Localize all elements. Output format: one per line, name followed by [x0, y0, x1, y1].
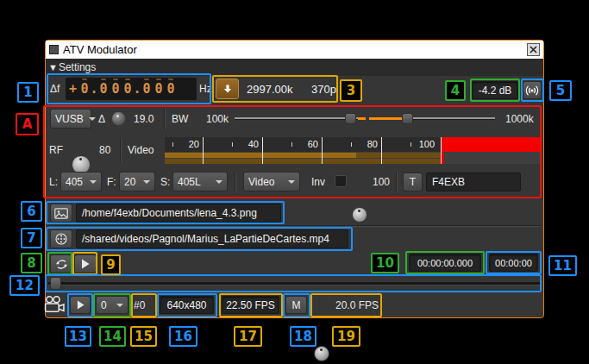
window-title: ATV Modulator — [63, 44, 137, 55]
screenshot-root: ATV Modulator ▼ Settings Δf + 0 . 0 0 0 … — [0, 0, 589, 364]
collapse-arrow-icon: ▼ — [48, 62, 58, 72]
annotation-box-17 — [219, 293, 283, 317]
annotation-box-6 — [46, 201, 285, 224]
annotation-label-18: 18 — [290, 326, 316, 347]
annotation-box-3 — [212, 75, 338, 103]
annotation-box-9 — [72, 252, 97, 275]
annotation-label-17: 17 — [234, 326, 262, 347]
annotation-box-14 — [93, 293, 131, 317]
annotation-box-5 — [521, 78, 544, 102]
annotation-label-9: 9 — [101, 254, 121, 275]
annotation-box-16 — [157, 293, 217, 317]
annotation-box-12 — [45, 274, 542, 292]
close-icon — [529, 46, 537, 53]
annotation-label-12: 12 — [9, 275, 40, 296]
manual-fps-knob[interactable] — [314, 346, 329, 361]
annotation-box-15 — [131, 293, 157, 317]
annotation-label-14: 14 — [99, 326, 126, 347]
annotation-label-7: 7 — [21, 228, 42, 248]
annotation-box-19 — [310, 293, 382, 317]
close-button[interactable] — [527, 43, 540, 56]
annotation-label-1: 1 — [17, 82, 39, 103]
annotation-label-6: 6 — [21, 201, 42, 222]
annotation-label-11: 11 — [548, 255, 577, 276]
window-icon — [49, 45, 59, 54]
annotation-label-19: 19 — [332, 326, 360, 347]
annotation-label-4: 4 — [445, 80, 466, 101]
camera-icon — [42, 295, 66, 316]
annotation-box-11 — [486, 251, 542, 274]
annotation-box-13 — [67, 293, 93, 317]
annotation-box-A — [43, 105, 542, 198]
annotation-box-8 — [47, 252, 72, 275]
annotation-box-7 — [46, 227, 353, 251]
annotation-label-16: 16 — [169, 326, 197, 347]
uniform-level-knob[interactable] — [352, 207, 367, 223]
annotation-label-10: 10 — [371, 253, 399, 273]
annotation-box-18 — [283, 293, 310, 317]
annotation-label-5: 5 — [549, 80, 572, 101]
settings-header-label: Settings — [59, 61, 96, 73]
annotation-label-8: 8 — [21, 253, 42, 273]
annotation-label-15: 15 — [130, 326, 157, 347]
annotation-label-13: 13 — [65, 326, 91, 347]
annotation-label-A: A — [16, 113, 39, 135]
title-bar[interactable]: ATV Modulator — [46, 41, 543, 59]
annotation-box-10 — [405, 251, 485, 274]
annotation-box-4 — [470, 78, 520, 102]
annotation-box-1 — [47, 73, 211, 104]
annotation-label-3: 3 — [340, 79, 362, 102]
